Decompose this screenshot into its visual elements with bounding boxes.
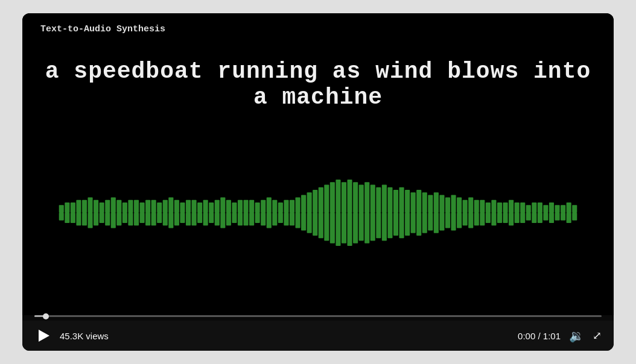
- svg-rect-103: [353, 213, 358, 243]
- svg-rect-55: [215, 213, 220, 225]
- svg-rect-70: [261, 200, 266, 213]
- svg-rect-112: [382, 184, 387, 213]
- svg-rect-94: [330, 182, 335, 213]
- svg-rect-101: [347, 213, 352, 246]
- svg-rect-43: [180, 213, 185, 223]
- svg-rect-106: [364, 182, 369, 213]
- svg-rect-82: [295, 198, 300, 213]
- progress-bar-container[interactable]: [22, 315, 614, 317]
- svg-rect-109: [370, 213, 375, 241]
- svg-rect-166: [538, 202, 542, 213]
- svg-rect-3: [65, 213, 69, 223]
- svg-rect-151: [491, 213, 496, 225]
- play-button[interactable]: [34, 326, 54, 345]
- svg-rect-152: [497, 202, 502, 213]
- svg-rect-71: [261, 213, 266, 225]
- svg-rect-110: [376, 187, 381, 213]
- progress-dot: [43, 313, 49, 319]
- svg-rect-15: [100, 213, 104, 223]
- svg-rect-176: [567, 202, 571, 213]
- volume-icon[interactable]: 🔉: [569, 328, 584, 343]
- svg-rect-107: [364, 213, 369, 243]
- svg-rect-122: [411, 192, 416, 213]
- player-title: Text-to-Audio Synthesis: [40, 24, 165, 34]
- svg-rect-52: [209, 202, 214, 213]
- svg-rect-46: [191, 200, 196, 213]
- svg-rect-4: [71, 202, 75, 213]
- svg-rect-173: [555, 213, 559, 221]
- svg-rect-49: [197, 213, 202, 223]
- svg-rect-67: [249, 213, 254, 225]
- svg-rect-97: [335, 213, 340, 246]
- svg-rect-87: [307, 213, 312, 233]
- svg-rect-116: [393, 190, 398, 213]
- svg-rect-37: [163, 213, 168, 225]
- svg-rect-74: [272, 200, 277, 213]
- svg-rect-175: [561, 213, 565, 221]
- svg-rect-47: [191, 213, 196, 225]
- svg-rect-42: [180, 202, 185, 213]
- svg-rect-64: [243, 200, 248, 213]
- progress-track[interactable]: [34, 315, 602, 317]
- svg-rect-133: [439, 213, 444, 231]
- svg-rect-17: [105, 213, 110, 225]
- svg-rect-26: [134, 200, 139, 213]
- svg-rect-100: [347, 180, 352, 213]
- svg-rect-138: [457, 198, 462, 213]
- svg-rect-16: [105, 200, 110, 213]
- svg-rect-76: [278, 202, 283, 213]
- svg-rect-172: [555, 205, 559, 213]
- svg-rect-177: [567, 213, 571, 223]
- svg-rect-105: [359, 213, 364, 241]
- svg-rect-127: [422, 213, 427, 233]
- svg-rect-141: [463, 213, 468, 225]
- svg-rect-139: [457, 213, 462, 228]
- svg-rect-20: [116, 200, 121, 213]
- svg-rect-23: [122, 213, 127, 223]
- svg-rect-174: [561, 205, 565, 213]
- svg-rect-161: [520, 213, 525, 223]
- svg-rect-38: [168, 198, 173, 213]
- svg-rect-63: [238, 213, 243, 225]
- svg-rect-90: [319, 187, 323, 213]
- svg-rect-19: [111, 213, 116, 228]
- svg-rect-96: [335, 180, 340, 213]
- svg-rect-123: [411, 213, 416, 233]
- svg-rect-156: [509, 200, 514, 213]
- svg-rect-154: [503, 202, 507, 213]
- svg-rect-179: [572, 213, 577, 221]
- waveform-visualization: [59, 165, 577, 261]
- svg-rect-125: [416, 213, 421, 236]
- video-area: Text-to-Audio Synthesis a speedboat runn…: [22, 13, 614, 315]
- svg-rect-162: [526, 205, 531, 213]
- svg-rect-86: [307, 192, 312, 213]
- svg-rect-39: [168, 213, 173, 228]
- svg-rect-81: [290, 213, 294, 225]
- svg-rect-9: [82, 213, 87, 225]
- svg-rect-14: [100, 202, 104, 213]
- svg-rect-149: [486, 213, 491, 223]
- svg-rect-140: [463, 200, 468, 213]
- views-label: 45.3K views: [60, 331, 518, 341]
- svg-rect-164: [532, 202, 536, 213]
- svg-rect-48: [197, 202, 202, 213]
- svg-rect-53: [209, 213, 214, 223]
- svg-rect-22: [122, 202, 127, 213]
- svg-rect-40: [174, 200, 179, 213]
- svg-rect-54: [215, 200, 220, 213]
- svg-rect-33: [151, 213, 156, 225]
- svg-rect-24: [128, 200, 133, 213]
- svg-rect-12: [94, 200, 98, 213]
- svg-rect-113: [382, 213, 387, 241]
- time-separator: /: [538, 331, 542, 341]
- svg-rect-165: [532, 213, 536, 223]
- fullscreen-icon[interactable]: ⤢: [593, 329, 602, 342]
- video-player: Text-to-Audio Synthesis a speedboat runn…: [22, 13, 614, 351]
- svg-rect-36: [163, 200, 168, 213]
- svg-rect-35: [157, 213, 162, 223]
- svg-rect-155: [503, 213, 507, 223]
- svg-rect-114: [387, 187, 392, 213]
- svg-rect-68: [255, 202, 260, 213]
- svg-rect-131: [434, 213, 439, 233]
- svg-rect-143: [468, 213, 473, 228]
